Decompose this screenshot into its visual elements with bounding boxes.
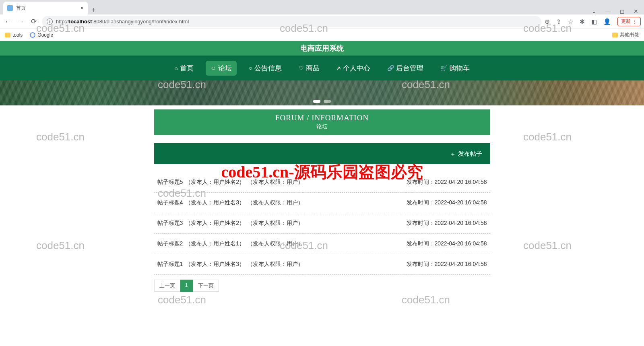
nav-cart[interactable]: 🛒购物车 [436, 61, 475, 76]
bookmark-other[interactable]: 其他书签 [612, 31, 639, 38]
bookmark-tools[interactable]: tools [5, 32, 23, 38]
close-icon[interactable]: × [80, 5, 84, 11]
post-row[interactable]: 帖子标题1（发布人：用户姓名3）（发布人权限：用户） 发布时间：2022-04-… [154, 254, 490, 275]
toolbar-icons: ⊕ ⇪ ☆ ✱ ◧ 👤 更新⋮ [545, 17, 641, 26]
carousel-dot-2[interactable] [324, 100, 331, 103]
post-row[interactable]: 帖子标题2（发布人：用户姓名1）（发布人权限：用户） 发布时间：2022-04-… [154, 234, 490, 254]
publish-bar: + 发布帖子 [154, 143, 490, 164]
new-tab-button[interactable]: + [88, 6, 99, 14]
folder-icon [5, 33, 10, 37]
post-row[interactable]: 帖子标题5（发布人：用户姓名2）（发布人权限：用户） 发布时间：2022-04-… [154, 172, 490, 193]
pager-prev[interactable]: 上一页 [154, 280, 180, 292]
address-bar[interactable]: i http://localhost:8080/dianshangyingyon… [42, 16, 541, 27]
bookmark-google[interactable]: Google [30, 32, 53, 38]
nav-profile[interactable]: ዶ个人中心 [332, 61, 375, 76]
forum-list: 帖子标题5（发布人：用户姓名2）（发布人权限：用户） 发布时间：2022-04-… [154, 172, 490, 275]
carousel-dot-1[interactable] [313, 100, 320, 103]
cart-icon: 🛒 [440, 65, 447, 71]
tab-title: 首页 [16, 5, 26, 12]
forum-header: FORUM / INFORMATION 论坛 [154, 109, 490, 135]
post-row[interactable]: 帖子标题4（发布人：用户姓名3）（发布人权限：用户） 发布时间：2022-04-… [154, 193, 490, 213]
update-button[interactable]: 更新⋮ [617, 17, 641, 26]
link-icon: 🔗 [387, 65, 394, 71]
publish-post-button[interactable]: + 发布帖子 [451, 150, 482, 158]
bookmarks-bar: tools Google 其他书签 [0, 29, 644, 41]
reload-button[interactable]: ⟳ [29, 17, 39, 26]
nav-product[interactable]: ♡商品 [294, 61, 324, 76]
carousel-dots [313, 100, 331, 103]
forward-button[interactable]: → [16, 18, 26, 26]
site-title: 电商应用系统 [0, 41, 644, 56]
back-button[interactable]: ← [3, 18, 13, 26]
forum-header-cn: 论坛 [154, 123, 490, 130]
nav-home[interactable]: ⌂首页 [169, 61, 198, 76]
nav-notice[interactable]: ○公告信息 [244, 61, 286, 76]
watermark: code51.cn [158, 294, 206, 306]
window-controls: ⌄ — ◻ ✕ [592, 8, 644, 14]
home-icon: ⌂ [174, 65, 178, 71]
zoom-icon[interactable]: ⊕ [545, 18, 550, 25]
browser-tabstrip: 首页 × + ⌄ — ◻ ✕ [0, 0, 644, 14]
svg-point-0 [31, 33, 35, 37]
page: 电商应用系统 ⌂首页 ☺论坛 ○公告信息 ♡商品 ዶ个人中心 🔗后台管理 🛒购物… [0, 41, 644, 292]
site-info-icon[interactable]: i [47, 19, 53, 25]
forum-icon: ☺ [211, 65, 216, 71]
nav-forum[interactable]: ☺论坛 [206, 61, 237, 76]
nav-admin[interactable]: 🔗后台管理 [382, 61, 428, 76]
profile-icon[interactable]: 👤 [603, 18, 611, 25]
pager-page-1[interactable]: 1 [180, 280, 193, 292]
post-row[interactable]: 帖子标题3（发布人：用户姓名2）（发布人权限：用户） 发布时间：2022-04-… [154, 213, 490, 234]
bookmark-star-icon[interactable]: ☆ [568, 18, 573, 25]
pager-next[interactable]: 下一页 [193, 280, 219, 292]
share-icon[interactable]: ⇪ [556, 18, 561, 25]
sidepanel-icon[interactable]: ◧ [591, 18, 597, 25]
plus-icon: + [451, 150, 455, 157]
maximize-icon[interactable]: ◻ [620, 8, 625, 14]
content: FORUM / INFORMATION 论坛 + 发布帖子 帖子标题5（发布人：… [154, 109, 490, 292]
main-nav: ⌂首页 ☺论坛 ○公告信息 ♡商品 ዶ个人中心 🔗后台管理 🛒购物车 [0, 56, 644, 80]
minimize-icon[interactable]: — [605, 8, 611, 14]
watermark: code51.cn [402, 294, 450, 306]
favicon-icon [7, 5, 13, 11]
url-text: http://localhost:8080/dianshangyingyong/… [56, 19, 189, 25]
google-icon [30, 32, 35, 38]
dropdown-icon[interactable]: ⌄ [592, 8, 597, 14]
extensions-icon[interactable]: ✱ [580, 18, 585, 25]
heart-icon: ♡ [299, 65, 304, 71]
forum-header-en: FORUM / INFORMATION [154, 113, 490, 122]
folder-icon [612, 33, 618, 37]
banner-carousel[interactable] [0, 80, 644, 105]
close-window-icon[interactable]: ✕ [634, 8, 638, 14]
notice-icon: ○ [249, 65, 252, 71]
pagination: 上一页 1 下一页 [154, 280, 490, 292]
browser-tab[interactable]: 首页 × [3, 2, 88, 14]
person-icon: ዶ [336, 65, 341, 72]
browser-toolbar: ← → ⟳ i http://localhost:8080/dianshangy… [0, 14, 644, 29]
